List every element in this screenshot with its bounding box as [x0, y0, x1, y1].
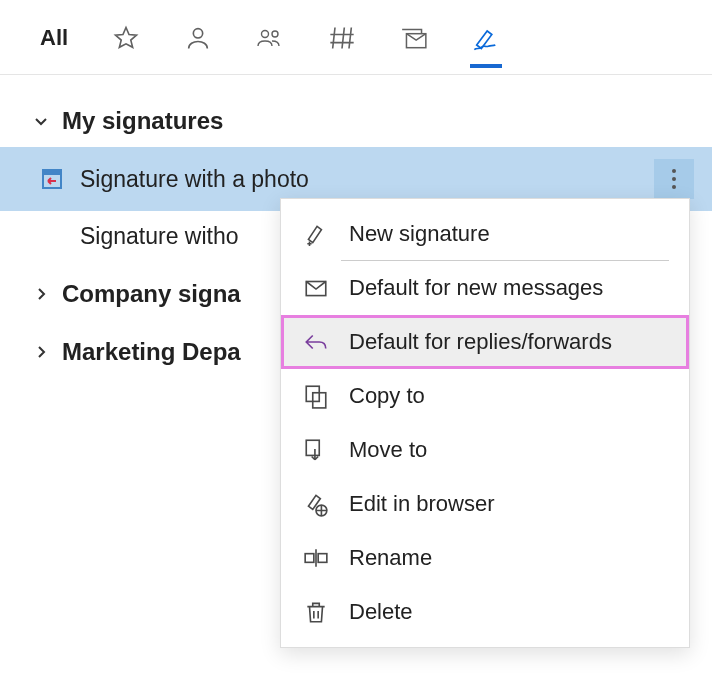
svg-rect-12: [306, 440, 319, 455]
group-label: Company signa: [62, 280, 241, 308]
context-menu: New signature Default for new messages D…: [280, 198, 690, 648]
signature-item-label: Signature witho: [80, 223, 239, 250]
copy-icon: [303, 383, 329, 409]
tab-person[interactable]: [174, 18, 222, 66]
svg-rect-14: [305, 554, 314, 563]
trash-icon: [303, 599, 329, 625]
tab-all[interactable]: All: [30, 19, 78, 65]
menu-copy-to[interactable]: Copy to: [281, 369, 689, 423]
svg-point-8: [672, 185, 676, 189]
menu-delete[interactable]: Delete: [281, 585, 689, 639]
star-icon: [112, 24, 140, 52]
tab-mail[interactable]: [390, 18, 438, 66]
pen-globe-icon: [303, 491, 329, 517]
menu-default-new[interactable]: Default for new messages: [281, 261, 689, 315]
group-my-signatures[interactable]: My signatures: [0, 95, 712, 147]
chevron-down-icon: [30, 113, 52, 129]
menu-label: Default for new messages: [349, 275, 603, 301]
menu-edit-browser[interactable]: Edit in browser: [281, 477, 689, 531]
menu-new-signature[interactable]: New signature: [281, 207, 689, 261]
page-arrow-icon: [40, 167, 70, 191]
menu-move-to[interactable]: Move to: [281, 423, 689, 477]
svg-point-2: [272, 31, 278, 37]
menu-label: Default for replies/forwards: [349, 329, 612, 355]
filter-tabbar: All: [0, 0, 712, 75]
hash-icon: [328, 24, 356, 52]
svg-rect-5: [43, 170, 61, 175]
menu-label: Edit in browser: [349, 491, 495, 517]
tab-people[interactable]: [246, 18, 294, 66]
envelope-icon: [303, 275, 329, 301]
menu-label: Move to: [349, 437, 427, 463]
group-label: Marketing Depa: [62, 338, 241, 366]
reply-icon: [303, 329, 329, 355]
pen-signature-icon: [472, 24, 500, 52]
chevron-right-icon: [30, 286, 52, 302]
pen-plus-icon: [303, 221, 329, 247]
tab-favorites[interactable]: [102, 18, 150, 66]
svg-point-1: [262, 31, 269, 38]
tab-signatures[interactable]: [462, 18, 510, 66]
svg-rect-15: [318, 554, 327, 563]
menu-default-replies[interactable]: Default for replies/forwards: [281, 315, 689, 369]
menu-rename[interactable]: Rename: [281, 531, 689, 585]
svg-point-6: [672, 169, 676, 173]
menu-label: Copy to: [349, 383, 425, 409]
mail-action-icon: [400, 24, 428, 52]
menu-label: New signature: [349, 221, 490, 247]
rename-icon: [303, 545, 329, 571]
svg-point-0: [193, 29, 202, 38]
chevron-right-icon: [30, 344, 52, 360]
people-icon: [256, 24, 284, 52]
kebab-icon: [671, 168, 677, 190]
person-icon: [184, 24, 212, 52]
move-icon: [303, 437, 329, 463]
group-label: My signatures: [62, 107, 223, 135]
svg-point-7: [672, 177, 676, 181]
signature-item-label: Signature with a photo: [80, 166, 309, 193]
menu-label: Delete: [349, 599, 413, 625]
tab-hash[interactable]: [318, 18, 366, 66]
menu-label: Rename: [349, 545, 432, 571]
more-options-button[interactable]: [654, 159, 694, 199]
